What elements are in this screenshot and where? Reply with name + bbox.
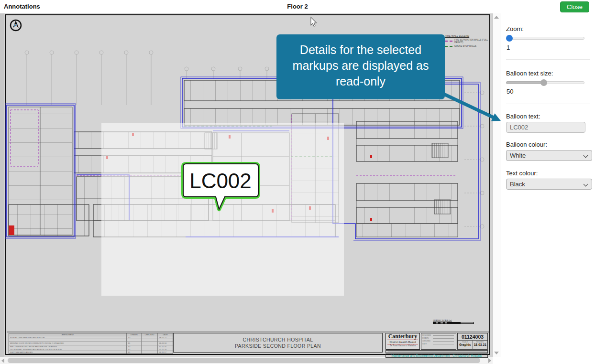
header-bar: Annotations Floor 2 Close [0, 0, 595, 13]
fire-separation-swatch [445, 41, 452, 42]
drawing-number-block: 01124003 SCALE Graphic REVISED 18-03-21 [457, 333, 488, 350]
drawing-title-box: CHRISTCHURCH HOSPITAL PARKSIDE SECOND FL… [173, 333, 383, 353]
zoom-value: 1 [507, 44, 510, 51]
horizontal-scroll-thumb[interactable] [8, 358, 480, 363]
org-maori: Te Poari Hauora o Waitaha [386, 344, 419, 347]
zoom-slider[interactable] [506, 35, 584, 42]
zoom-label: Zoom: [506, 25, 524, 32]
vertical-scrollbar[interactable] [493, 13, 501, 357]
balloon-colour-select[interactable]: White [506, 150, 592, 161]
divider [506, 104, 590, 104]
balloon-text-size-label: Balloon text size: [506, 70, 553, 77]
text-colour-label: Text colour: [506, 170, 538, 177]
scroll-left-arrow-icon[interactable] [1, 358, 4, 363]
amendment-table: AMENDMENT DRAWN CHECKED DATE PORTACOMS R… [9, 333, 173, 354]
divider [506, 59, 590, 60]
legend-title: FIRE WALL LEGEND [445, 34, 494, 37]
north-arrow-icon: N [11, 20, 21, 31]
scroll-right-arrow-icon[interactable] [488, 358, 491, 363]
horizontal-scrollbar[interactable] [0, 357, 493, 364]
amendment-row: SWITCHBOARDS ADDEDJD06-11-17 [9, 351, 173, 353]
org-logo-block: Canterbury District Health Board Te Poar… [386, 333, 420, 350]
balloon-text-input[interactable] [506, 122, 585, 133]
scroll-up-arrow-icon[interactable] [494, 16, 499, 19]
scroll-down-arrow-icon[interactable] [494, 352, 499, 354]
annotations-window: Annotations Floor 2 Close [0, 0, 595, 364]
close-button[interactable]: Close [560, 1, 589, 12]
svg-text:N: N [14, 23, 18, 28]
drawing-meta-block: DESIGNED DRAWN CHECKED DATE [421, 333, 456, 350]
org-name: Canterbury [386, 333, 419, 340]
balloon-colour-label: Balloon colour: [506, 141, 547, 148]
fire-wall-legend: FIRE WALL LEGEND FIRE SEPARATION WALLS (… [445, 34, 494, 49]
scale-value: Graphic [458, 343, 473, 346]
department-strip: Maintenance and Engineering Department -… [386, 353, 488, 358]
balloon-text-size-slider[interactable] [506, 79, 584, 86]
drawing-number: 01124003 [458, 333, 487, 341]
markup-details-sidebar: Zoom: 1 Balloon text size: 50 Balloon te… [501, 13, 595, 357]
chevron-down-icon [584, 182, 588, 187]
graphic-scale: GRAPHIC SCALE (m) [433, 319, 474, 324]
hospital-name: CHRISTCHURCH HOSPITAL [174, 337, 382, 343]
selection-spotlight [101, 123, 344, 296]
zoom-slider-thumb[interactable] [506, 35, 513, 42]
revised-date: 18-03-21 [473, 343, 488, 346]
balloon-text-size-thumb[interactable] [540, 79, 547, 86]
file-name-strip [386, 350, 488, 353]
chevron-down-icon [584, 153, 588, 158]
text-colour-select[interactable]: Black [506, 179, 592, 190]
floor-title: Floor 2 [0, 3, 595, 10]
balloon-text-size-value: 50 [507, 88, 513, 95]
readonly-tooltip: Details for the selected markups are dis… [276, 34, 445, 99]
balloon-text-label: Balloon text: [506, 113, 540, 120]
scale-bar [433, 322, 474, 324]
org-subtitle: District Health Board [386, 340, 419, 344]
smoke-stop-swatch [445, 46, 452, 47]
balloon-text: LC002 [189, 169, 252, 193]
drawing-name: PARKSIDE SECOND FLOOR PLAN [174, 343, 382, 349]
